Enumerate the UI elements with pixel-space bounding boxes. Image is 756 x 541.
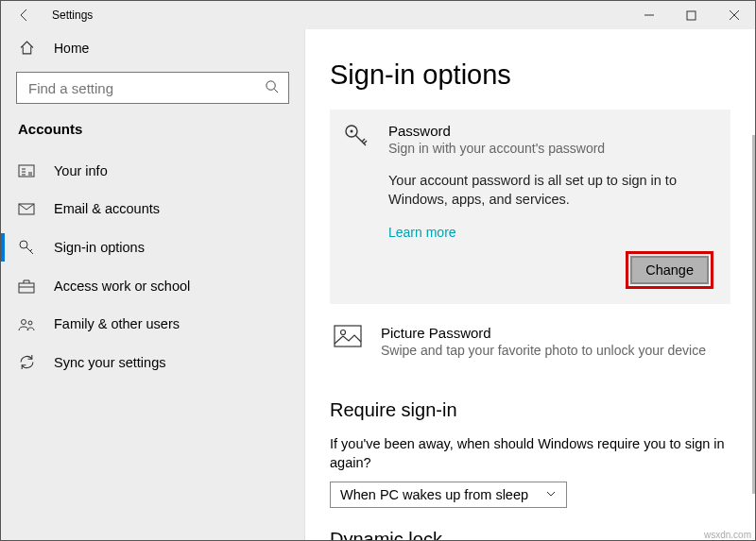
learn-more-link[interactable]: Learn more bbox=[388, 225, 456, 240]
main-content: Sign-in options Password Sign in with yo… bbox=[305, 29, 755, 541]
highlight-frame: Change bbox=[626, 251, 713, 289]
id-card-icon bbox=[18, 164, 35, 178]
search-input[interactable] bbox=[26, 79, 265, 97]
search-icon bbox=[265, 79, 279, 96]
briefcase-icon bbox=[18, 279, 35, 294]
picture-subtitle: Swipe and tap your favorite photo to unl… bbox=[381, 343, 727, 358]
nav-label: Your info bbox=[54, 163, 108, 178]
password-subtitle: Sign in with your account's password bbox=[388, 141, 713, 156]
picture-title: Picture Password bbox=[381, 325, 727, 341]
svg-point-6 bbox=[22, 319, 26, 324]
svg-rect-5 bbox=[19, 283, 34, 293]
svg-point-9 bbox=[351, 130, 353, 133]
sync-icon bbox=[18, 354, 35, 370]
close-button[interactable] bbox=[713, 1, 755, 29]
svg-point-11 bbox=[341, 330, 346, 334]
picture-password-row[interactable]: Picture Password Swipe and tap your favo… bbox=[330, 315, 730, 375]
minimize-button[interactable] bbox=[627, 1, 670, 29]
require-signin-heading: Require sign-in bbox=[330, 399, 730, 421]
svg-rect-0 bbox=[687, 11, 696, 20]
page-title: Sign-in options bbox=[330, 59, 730, 91]
nav-your-info[interactable]: Your info bbox=[1, 152, 304, 190]
nav-label: Sync your settings bbox=[54, 355, 165, 370]
nav-label: Family & other users bbox=[54, 316, 180, 331]
key-icon bbox=[18, 239, 35, 256]
password-title: Password bbox=[388, 123, 713, 139]
nav-label: Sign-in options bbox=[54, 240, 145, 255]
watermark: wsxdn.com bbox=[704, 530, 751, 540]
back-button[interactable] bbox=[10, 8, 39, 23]
nav-label: Access work or school bbox=[54, 279, 190, 294]
nav-label: Email & accounts bbox=[54, 201, 160, 216]
mail-icon bbox=[18, 203, 35, 215]
svg-point-4 bbox=[20, 241, 27, 248]
people-icon bbox=[18, 317, 35, 331]
nav-work-school[interactable]: Access work or school bbox=[1, 267, 304, 305]
svg-rect-10 bbox=[335, 326, 361, 347]
home-nav[interactable]: Home bbox=[1, 29, 304, 66]
home-icon bbox=[18, 40, 35, 56]
category-label: Accounts bbox=[1, 121, 304, 152]
svg-point-1 bbox=[266, 81, 275, 90]
sidebar: Home Accounts Your info Email & accounts bbox=[1, 29, 305, 541]
scrollbar[interactable] bbox=[752, 135, 755, 494]
dynamic-lock-heading: Dynamic lock bbox=[330, 529, 730, 541]
password-description: Your account password is all set up to s… bbox=[388, 171, 713, 210]
dropdown-value: When PC wakes up from sleep bbox=[340, 487, 528, 502]
change-button[interactable]: Change bbox=[630, 256, 709, 284]
require-signin-dropdown[interactable]: When PC wakes up from sleep bbox=[330, 482, 567, 508]
chevron-down-icon bbox=[545, 487, 557, 502]
require-signin-body: If you've been away, when should Windows… bbox=[330, 434, 730, 473]
nav-signin-options[interactable]: Sign-in options bbox=[1, 228, 304, 267]
svg-point-7 bbox=[28, 321, 32, 325]
home-label: Home bbox=[54, 41, 89, 56]
nav-sync-settings[interactable]: Sync your settings bbox=[1, 343, 304, 381]
window-title: Settings bbox=[52, 8, 93, 22]
search-box[interactable] bbox=[16, 72, 289, 104]
nav-email-accounts[interactable]: Email & accounts bbox=[1, 190, 304, 228]
picture-icon bbox=[334, 325, 362, 358]
maximize-button[interactable] bbox=[670, 1, 713, 29]
password-card[interactable]: Password Sign in with your account's pas… bbox=[330, 110, 730, 304]
key-icon bbox=[343, 123, 369, 289]
nav-family-users[interactable]: Family & other users bbox=[1, 305, 304, 343]
